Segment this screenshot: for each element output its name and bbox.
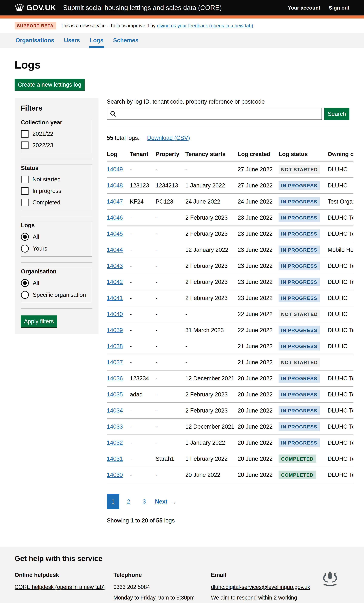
log-id-link[interactable]: 14046 [107, 214, 123, 221]
property-cell: - [156, 242, 185, 258]
tenant-cell: 123123 [130, 177, 156, 194]
log-id-link[interactable]: 14041 [107, 295, 123, 301]
core-helpdesk-link[interactable]: CORE helpdesk (opens in a new tab) [14, 584, 105, 590]
footer-heading: Get help with this service [14, 554, 350, 563]
sign-out-link[interactable]: Sign out [329, 5, 350, 11]
log-id-link[interactable]: 14031 [107, 456, 123, 462]
checkbox-completed[interactable] [21, 199, 28, 206]
log-id-cell: 14035 [107, 386, 130, 403]
service-name-link[interactable]: Submit social housing lettings and sales… [63, 4, 222, 12]
filters-panel: Filters Collection year 2021/22 2022/23 … [14, 98, 98, 334]
log-id-link[interactable]: 14032 [107, 440, 123, 446]
page-link-3[interactable]: 3 [138, 494, 150, 509]
col-header-log: Log [107, 147, 130, 161]
status-badge: IN PROGRESS [279, 213, 320, 222]
owning-organisation-cell: DLUHC [328, 290, 353, 306]
log-created-cell: 27 June 2022 [238, 177, 279, 194]
status-badge: NOT STARTED [279, 358, 320, 367]
tenant-cell: - [130, 258, 156, 274]
property-cell: - [156, 467, 185, 483]
email-link[interactable]: dluhc.digital-services@levellingup.gov.u… [211, 584, 310, 590]
checkbox-not-started[interactable] [21, 176, 28, 183]
page-link-2[interactable]: 2 [122, 494, 135, 509]
table-row: 14034 - - 2 February 2023 20 June 2022 I… [107, 403, 353, 418]
table-row: 14030 - - 20 June 2022 20 June 2022 COMP… [107, 467, 353, 483]
page-link-1[interactable]: 1 [107, 494, 119, 509]
radio-logs-yours[interactable] [21, 245, 29, 253]
telephone-number: 0333 202 5084 [113, 584, 150, 590]
nav-link-organisations[interactable]: Organisations [15, 37, 54, 44]
checkbox-2022-23[interactable] [21, 141, 28, 149]
table-row: 14045 - - 2 February 2023 23 June 2022 I… [107, 226, 353, 242]
log-id-cell: 14032 [107, 435, 130, 451]
log-id-link[interactable]: 14037 [107, 359, 123, 366]
filter-option-row: 2022/23 [21, 141, 92, 149]
table-row: 14047 KF24 PC123 24 June 2022 24 June 20… [107, 194, 353, 209]
checkbox-in-progress[interactable] [21, 187, 28, 195]
col-header-owning-organisation: Owning organisation [328, 147, 353, 161]
nav-link-logs[interactable]: Logs [90, 37, 104, 44]
log-id-link[interactable]: 14039 [107, 327, 123, 333]
tenant-cell: - [130, 354, 156, 370]
radio-logs-all[interactable] [21, 233, 29, 241]
nav-item-organisations[interactable]: Organisations [14, 33, 55, 48]
owning-organisation-cell: DLUHC Tes [328, 403, 353, 418]
log-id-link[interactable]: 14047 [107, 198, 123, 205]
log-status-cell: NOT STARTED [279, 161, 328, 177]
log-id-link[interactable]: 14042 [107, 279, 123, 285]
nav-link-schemes[interactable]: Schemes [113, 37, 139, 44]
create-lettings-log-button[interactable]: Create a new lettings log [14, 79, 85, 91]
log-created-cell: 23 June 2022 [238, 274, 279, 290]
tenant-cell: - [130, 242, 156, 258]
log-id-link[interactable]: 14038 [107, 343, 123, 349]
log-id-link[interactable]: 14048 [107, 182, 123, 189]
nav-item-logs[interactable]: Logs [89, 33, 104, 48]
log-id-link[interactable]: 14033 [107, 423, 123, 430]
log-id-link[interactable]: 14035 [107, 391, 123, 398]
nav-item-schemes[interactable]: Schemes [112, 33, 139, 48]
log-id-link[interactable]: 14049 [107, 166, 123, 173]
tenant-cell: - [130, 290, 156, 306]
log-status-cell: IN PROGRESS [279, 290, 328, 306]
apply-filters-button[interactable]: Apply filters [21, 315, 57, 327]
tenant-cell: - [130, 274, 156, 290]
filter-legend-status: Status [21, 165, 92, 171]
radio-organisation-all[interactable] [21, 279, 29, 287]
log-id-link[interactable]: 14036 [107, 375, 123, 382]
log-id-link[interactable]: 14034 [107, 407, 123, 414]
log-id-link[interactable]: 14030 [107, 472, 123, 478]
tenancy-starts-cell: - [185, 354, 238, 370]
phase-banner-text: This is a new service – help us improve … [60, 23, 253, 29]
log-id-cell: 14036 [107, 370, 130, 386]
search-button[interactable]: Search [324, 108, 350, 120]
total-logs-count: 55 [107, 135, 113, 141]
feedback-link[interactable]: giving us your feedback (opens in a new … [157, 23, 253, 28]
table-row: 14037 - - - 21 June 2022 NOT STARTED [107, 354, 353, 370]
helpdesk-heading: Online helpdesk [14, 571, 113, 579]
nav-link-users[interactable]: Users [64, 37, 80, 44]
table-row: 14040 - - - 22 June 2022 NOT STARTED DLU… [107, 306, 353, 322]
col-header-property: Property [156, 147, 185, 161]
log-id-link[interactable]: 14043 [107, 263, 123, 269]
next-page-link[interactable]: Next [155, 498, 167, 505]
log-id-link[interactable]: 14044 [107, 247, 123, 253]
govuk-logo[interactable]: GOV.UK [14, 3, 56, 12]
log-created-cell: 22 June 2022 [238, 322, 279, 338]
phase-banner: SUPPORT BETA This is a new service – hel… [0, 19, 364, 33]
your-account-link[interactable]: Your account [288, 5, 320, 11]
nav-item-users[interactable]: Users [63, 33, 81, 48]
radio-specific-organisation[interactable] [21, 291, 29, 299]
checkbox-label: 2022/23 [33, 142, 53, 149]
log-created-cell: 27 June 2022 [238, 161, 279, 177]
log-id-link[interactable]: 14040 [107, 311, 123, 317]
table-row: 14038 - - - 21 June 2022 IN PROGRESS DLU… [107, 338, 353, 354]
checkbox-2021-22[interactable] [21, 130, 28, 138]
govuk-header: GOV.UK Submit social housing lettings an… [0, 0, 364, 19]
status-badge: IN PROGRESS [279, 374, 320, 383]
search-input[interactable] [107, 108, 322, 120]
download-csv-link[interactable]: Download (CSV) [147, 135, 190, 141]
tenant-cell: - [130, 435, 156, 451]
status-badge: IN PROGRESS [279, 278, 320, 286]
filter-legend-logs: Logs [21, 222, 92, 229]
log-id-link[interactable]: 14045 [107, 231, 123, 237]
